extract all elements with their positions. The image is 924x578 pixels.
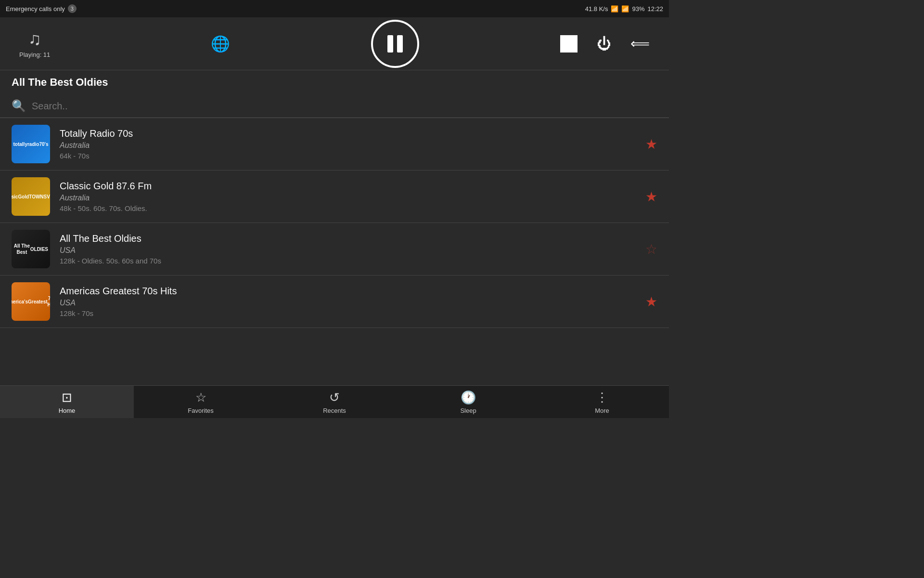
more-icon: ⋮ [596,390,608,405]
station-name: Classic Gold 87.6 Fm [60,181,636,192]
station-info: Americas Greatest 70s Hits USA 128k - 70… [60,286,636,317]
sleep-icon: 🕐 [461,390,476,405]
station-name: Totally Radio 70s [60,128,636,139]
station-country: USA [60,246,636,255]
playing-label: Playing: 11 [19,51,50,58]
globe-icon[interactable]: 🌐 [211,35,230,53]
station-logo: All The BestOLDIES [12,230,50,268]
nav-item-recents[interactable]: ↺ Recents [268,386,401,418]
radio-list: totallyradio70's Totally Radio 70s Austr… [0,118,669,385]
nav-item-more[interactable]: ⋮ More [535,386,669,418]
share-button[interactable]: ⟸ [630,36,650,52]
stop-button[interactable] [560,35,578,53]
favorite-button[interactable]: ☆ [645,241,657,257]
station-logo: totallyradio70's [12,125,50,163]
home-label: Home [59,407,76,414]
player-left-controls: ♫ Playing: 11 [19,29,50,58]
sleep-label: Sleep [460,407,476,414]
list-item[interactable]: All The BestOLDIES All The Best Oldies U… [0,223,669,276]
favorite-button[interactable]: ★ [645,136,657,152]
station-info: All The Best Oldies USA 128k - Oldies. 5… [60,233,636,265]
status-right: 41.8 K/s 📶 📶 93% 12:22 [585,5,663,13]
station-country: Australia [60,141,636,150]
battery-text: 93% [632,5,644,13]
wifi-icon: 📶 [621,5,629,13]
station-meta: 64k - 70s [60,152,636,160]
station-country: USA [60,299,636,307]
pause-button[interactable] [371,20,419,68]
notification-badge: 3 [68,4,77,13]
current-station-title: All The Best Oldies [0,70,669,94]
nav-item-sleep[interactable]: 🕐 Sleep [401,386,535,418]
player-right-controls: ⏻ ⟸ [560,35,650,53]
favorites-label: Favorites [188,407,213,414]
station-meta: 48k - 50s. 60s. 70s. Oldies. [60,204,636,212]
station-logo: ClassicGoldTOWNSVILLE [12,177,50,216]
station-logo: America'sGreatest70s Hits [12,282,50,321]
list-item[interactable]: ClassicGoldTOWNSVILLE Classic Gold 87.6 … [0,171,669,223]
favorite-button[interactable]: ★ [645,294,657,310]
list-item[interactable]: America'sGreatest70s Hits Americas Great… [0,276,669,328]
list-item[interactable]: totallyradio70's Totally Radio 70s Austr… [0,118,669,171]
search-icon: 🔍 [12,99,26,113]
nav-item-home[interactable]: ⊡ Home [0,386,134,418]
clock: 12:22 [647,5,663,13]
emergency-text: Emergency calls only [6,5,65,13]
station-name: Americas Greatest 70s Hits [60,286,636,297]
bluetooth-icon: 📶 [611,5,618,13]
station-info: Classic Gold 87.6 Fm Australia 48k - 50s… [60,181,636,212]
station-meta: 128k - Oldies. 50s. 60s and 70s [60,257,636,265]
radio-list-container: totallyradio70's Totally Radio 70s Austr… [0,118,669,418]
search-bar: 🔍 [0,94,669,118]
home-icon: ⊡ [62,390,72,405]
nav-item-favorites[interactable]: ☆ Favorites [134,386,268,418]
music-icon: ♫ [28,29,41,49]
bottom-navigation: ⊡ Home ☆ Favorites ↺ Recents 🕐 Sleep ⋮ M… [0,385,669,418]
more-label: More [595,407,609,414]
player-center [371,20,419,68]
speed-indicator: 41.8 K/s [585,5,608,13]
station-info: Totally Radio 70s Australia 64k - 70s [60,128,636,160]
search-input[interactable] [32,101,657,112]
station-name: All The Best Oldies [60,233,636,244]
favorites-icon: ☆ [195,390,206,405]
station-meta: 128k - 70s [60,309,636,317]
power-button[interactable]: ⏻ [597,36,611,52]
recents-icon: ↺ [329,390,340,405]
station-country: Australia [60,194,636,202]
player-header: ♫ Playing: 11 🌐 ⏻ ⟸ [0,17,669,70]
recents-label: Recents [323,407,346,414]
status-left: Emergency calls only 3 [6,4,77,13]
favorite-button[interactable]: ★ [645,189,657,205]
